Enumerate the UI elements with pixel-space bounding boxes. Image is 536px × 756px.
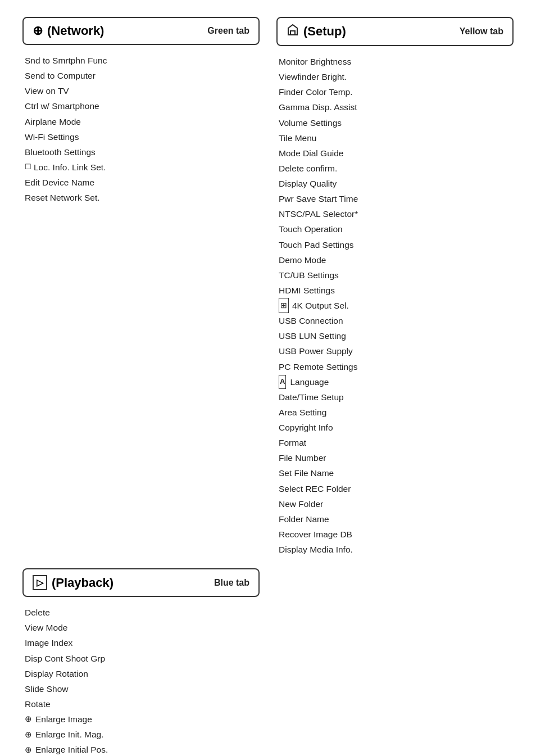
setup-icon (287, 24, 299, 39)
item-text: Enlarge Init. Mag. (35, 727, 103, 742)
item-text: Monitor Brightness (279, 54, 351, 69)
item-text: Gamma Disp. Assist (279, 99, 357, 115)
list-item: Finder Color Temp. (279, 84, 511, 99)
network-icon: ⊕ (33, 24, 43, 38)
playback-header: ▷ (Playback) Blue tab (22, 568, 260, 597)
list-item: Demo Mode (279, 252, 511, 268)
item-text: Recover Image DB (279, 527, 352, 542)
list-item: Slide Show (25, 681, 257, 696)
list-item: Touch Operation (279, 221, 511, 237)
item-text: Delete confirm. (279, 161, 337, 176)
item-text: Bluetooth Settings (25, 144, 96, 160)
item-text: Rotate (25, 696, 51, 712)
item-text: Airplane Mode (25, 114, 81, 129)
list-item: File Number (279, 450, 511, 465)
network-tab: Green tab (207, 26, 249, 36)
list-item: Monitor Brightness (279, 54, 511, 69)
network-header: ⊕ (Network) Green tab (22, 17, 260, 45)
item-text: NTSC/PAL Selector* (279, 206, 358, 221)
item-text: Touch Operation (279, 221, 343, 237)
setup-tab: Yellow tab (460, 26, 503, 37)
list-item: Folder Name (279, 511, 511, 527)
list-item: USB LUN Setting (279, 328, 511, 343)
list-item: Gamma Disp. Assist (279, 99, 511, 115)
playback-section: ▷ (Playback) Blue tab Delete View Mode I… (22, 568, 260, 756)
item-text: Wi-Fi Settings (25, 129, 79, 144)
list-item: Date/Time Setup (279, 390, 511, 405)
list-item: Touch Pad Settings (279, 237, 511, 252)
item-text: Copyright Info (279, 420, 333, 435)
list-item: Reset Network Set. (25, 190, 257, 205)
item-text: Viewfinder Bright. (279, 69, 347, 84)
list-item: Display Media Info. (279, 542, 511, 557)
list-item: Delete confirm. (279, 161, 511, 176)
list-item: PC Remote Settings (279, 359, 511, 374)
network-title: ⊕ (Network) (33, 24, 104, 38)
item-text: Folder Name (279, 511, 329, 527)
item-text: Image Index (25, 635, 72, 650)
item-text: Snd to Smrtphn Func (25, 53, 107, 68)
list-item: Format (279, 435, 511, 450)
list-item: USB Connection (279, 313, 511, 328)
list-item: Viewfinder Bright. (279, 69, 511, 84)
list-item: HDMI Settings (279, 283, 511, 298)
item-text: HDMI Settings (279, 283, 335, 298)
item-text: Reset Network Set. (25, 190, 100, 205)
playback-icon: ▷ (33, 575, 47, 590)
list-item: Edit Device Name (25, 175, 257, 190)
network-title-text: (Network) (47, 24, 104, 38)
playback-items-list: Delete View Mode Image Index Disp Cont S… (22, 605, 260, 756)
setup-header: (Setup) Yellow tab (276, 17, 514, 46)
list-item: Display Rotation (25, 666, 257, 681)
network-items-list: Snd to Smrtphn Func Send to Computer Vie… (22, 53, 260, 205)
list-item: ⊞ 4K Output Sel. (279, 298, 511, 313)
list-item: ⊕ Enlarge Init. Mag. (25, 727, 257, 742)
4k-icon: ⊞ (279, 298, 289, 313)
enlarge-icon-1: ⊕ (25, 712, 32, 726)
enlarge-icon-2: ⊕ (25, 727, 32, 742)
item-text: Ctrl w/ Smartphone (25, 98, 99, 114)
item-text: Volume Settings (279, 115, 342, 130)
item-text: USB Connection (279, 313, 343, 328)
item-text: File Number (279, 450, 326, 465)
list-item: Airplane Mode (25, 114, 257, 129)
item-text: Pwr Save Start Time (279, 191, 358, 206)
item-text: Mode Dial Guide (279, 146, 343, 161)
list-item: Recover Image DB (279, 527, 511, 542)
item-text: Display Rotation (25, 666, 88, 681)
item-text: New Folder (279, 496, 323, 511)
list-item: ⊕ Enlarge Image (25, 712, 257, 727)
item-text: Select REC Folder (279, 481, 351, 496)
item-text: TC/UB Settings (279, 268, 339, 283)
item-text: Set File Name (279, 465, 334, 481)
item-text: View Mode (25, 620, 67, 635)
list-item: Send to Computer (25, 68, 257, 83)
language-icon: A (279, 375, 286, 389)
setup-title-text: (Setup) (303, 24, 346, 39)
loc-icon: ☐ (25, 161, 31, 174)
list-item: New Folder (279, 496, 511, 511)
list-item: Select REC Folder (279, 481, 511, 496)
item-text: 4K Output Sel. (292, 298, 349, 313)
item-text: Loc. Info. Link Set. (34, 160, 106, 175)
playback-title-text: (Playback) (52, 576, 113, 590)
item-text: Display Quality (279, 176, 337, 191)
item-text: Enlarge Image (35, 712, 92, 727)
item-text: Enlarge Initial Pos. (35, 742, 108, 756)
list-item: A Language (279, 374, 511, 390)
item-text: Edit Device Name (25, 175, 94, 190)
item-text: Disp Cont Shoot Grp (25, 651, 105, 666)
item-text: Date/Time Setup (279, 390, 344, 405)
list-item: Tile Menu (279, 130, 511, 146)
list-item: View on TV (25, 83, 257, 98)
list-item: USB Power Supply (279, 343, 511, 359)
item-text: USB LUN Setting (279, 328, 346, 343)
list-item: ⊕ Enlarge Initial Pos. (25, 742, 257, 756)
enlarge-icon-3: ⊕ (25, 743, 32, 756)
list-item: NTSC/PAL Selector* (279, 206, 511, 221)
list-item: Volume Settings (279, 115, 511, 130)
list-item: TC/UB Settings (279, 268, 511, 283)
list-item: Set File Name (279, 465, 511, 481)
setup-items-list: Monitor Brightness Viewfinder Bright. Fi… (276, 54, 514, 557)
item-text: Language (290, 374, 329, 390)
